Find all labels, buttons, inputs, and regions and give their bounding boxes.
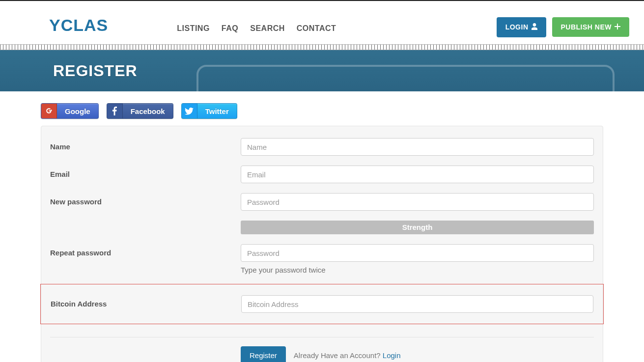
header-actions: LOGIN PUBLISH NEW: [497, 17, 629, 37]
twitter-icon: [182, 104, 197, 118]
new-password-input[interactable]: [241, 193, 594, 211]
nav-faq[interactable]: FAQ: [222, 24, 238, 33]
google-icon: [41, 104, 57, 118]
bitcoin-row-highlighted: Bitcoin Address: [40, 284, 604, 324]
plus-icon: [615, 23, 620, 31]
ruler-decoration: [0, 44, 644, 50]
register-form-panel: Name Email New password Strength R: [41, 126, 603, 362]
facebook-icon: [107, 104, 123, 118]
user-icon: [532, 23, 537, 31]
login-link[interactable]: Login: [383, 351, 401, 360]
separator: [50, 337, 594, 337]
publish-label: PUBLISH NEW: [561, 23, 612, 31]
facebook-label: Facebook: [123, 104, 173, 118]
page-banner: REGISTER: [0, 50, 644, 91]
header: YCLAS LISTING FAQ SEARCH CONTACT LOGIN P…: [0, 1, 644, 44]
nav-search[interactable]: SEARCH: [250, 24, 285, 33]
facebook-login-button[interactable]: Facebook: [107, 103, 173, 119]
repeat-password-help: Type your password twice: [241, 266, 594, 274]
publish-new-button[interactable]: PUBLISH NEW: [552, 17, 630, 37]
page-title: REGISTER: [53, 62, 138, 80]
already-text: Already Have an Account?: [294, 351, 381, 360]
login-label: LOGIN: [505, 23, 529, 31]
new-password-label: New password: [50, 193, 241, 206]
login-button[interactable]: LOGIN: [497, 17, 546, 37]
nav-contact[interactable]: CONTACT: [297, 24, 336, 33]
brand-logo[interactable]: YCLAS: [49, 16, 108, 35]
email-input[interactable]: [241, 166, 594, 183]
google-label: Google: [57, 104, 98, 118]
google-login-button[interactable]: Google: [41, 103, 99, 119]
repeat-password-label: Repeat password: [50, 244, 241, 257]
name-label: Name: [50, 138, 241, 151]
already-have-account: Already Have an Account? Login: [294, 351, 401, 360]
password-strength-bar: Strength: [241, 221, 594, 234]
twitter-label: Twitter: [197, 104, 237, 118]
repeat-password-input[interactable]: [241, 244, 594, 262]
twitter-login-button[interactable]: Twitter: [181, 103, 237, 119]
bitcoin-label: Bitcoin Address: [51, 295, 241, 313]
email-label: Email: [50, 166, 241, 178]
name-input[interactable]: [241, 138, 594, 156]
main-nav: LISTING FAQ SEARCH CONTACT: [177, 24, 336, 33]
form-actions: Register Already Have an Account? Login: [241, 346, 594, 362]
register-button[interactable]: Register: [241, 346, 286, 362]
bitcoin-input[interactable]: [241, 295, 593, 313]
nav-listing[interactable]: LISTING: [177, 24, 210, 33]
social-login-row: Google Facebook Twitter: [41, 103, 603, 119]
